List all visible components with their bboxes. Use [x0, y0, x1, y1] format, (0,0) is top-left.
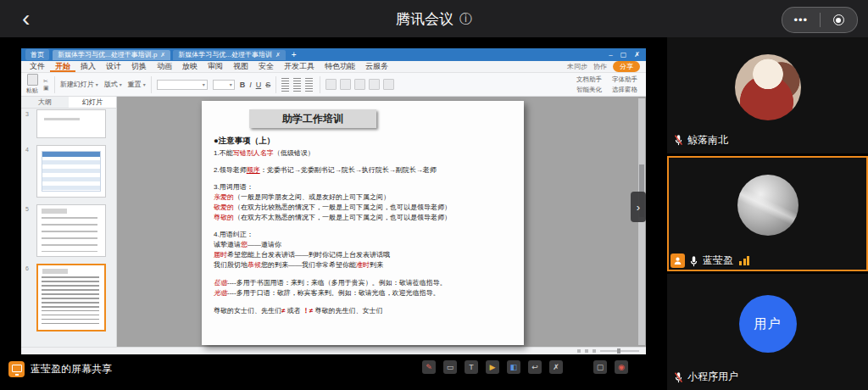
annotation-icon-4[interactable]: ◧: [507, 360, 520, 374]
slide-thumbnail[interactable]: [36, 264, 106, 332]
ribbon-tool-label[interactable]: 智能美化: [576, 86, 602, 94]
ribbon-tool-label[interactable]: 选择窗格: [612, 86, 637, 94]
zoom-knob[interactable]: [617, 348, 620, 354]
thumbnail-number: 3: [25, 111, 29, 117]
minimize-icon[interactable]: –: [609, 51, 612, 58]
slide-text-segment: 尊敬的先生们、女士们: [313, 307, 382, 315]
maximize-icon[interactable]: ▢: [620, 51, 627, 58]
ribbon-icon[interactable]: [383, 79, 394, 90]
close-tab-icon[interactable]: ✗: [275, 52, 281, 58]
panel-tab[interactable]: 幻灯片: [69, 97, 116, 108]
align-icon[interactable]: [281, 86, 289, 92]
menu-item[interactable]: 开始: [50, 61, 75, 72]
slide-thumbnail[interactable]: [36, 204, 106, 257]
zoom-slider[interactable]: [600, 350, 639, 352]
slide-text-segment: ：党委书记→党委副书记→院长→执行院长→副院长→老师: [260, 166, 437, 174]
back-icon[interactable]: ‹: [22, 2, 30, 36]
avatar: [735, 54, 801, 120]
doc-tab-label: 新媒体学习与优...处理干事培训.p: [58, 50, 157, 59]
menu-item[interactable]: 安全: [253, 61, 279, 72]
annotation-icon-5[interactable]: ↩: [528, 360, 542, 374]
format-button[interactable]: I: [249, 81, 252, 89]
annotation-icon-0[interactable]: ✎: [422, 360, 436, 374]
participant-tile[interactable]: 用户小程序用户: [667, 274, 868, 390]
panel-tab[interactable]: 大纲: [21, 97, 69, 108]
align-icon[interactable]: [281, 78, 289, 84]
ribbon-icon[interactable]: [369, 79, 380, 90]
menu-item[interactable]: 视图: [228, 61, 253, 72]
share-toolbar-right: ▢◉: [593, 360, 628, 374]
menu-item[interactable]: 文件: [25, 61, 50, 72]
format-button[interactable]: S: [265, 81, 270, 89]
font-size-select[interactable]: ▾: [213, 80, 235, 90]
view-icon[interactable]: [593, 349, 596, 353]
thumbnail-number: 5: [25, 206, 29, 212]
view-icon[interactable]: [585, 349, 588, 353]
format-button[interactable]: B: [240, 81, 246, 89]
exit-target-icon[interactable]: [821, 8, 858, 32]
collab-button[interactable]: 协作: [593, 62, 607, 71]
collapse-panel-button[interactable]: ›: [631, 192, 646, 222]
slide-text-line: 尊敬的（在双方不太熟悉的情况下，一般是上司下属之间，也可以是领导老师）: [214, 214, 517, 222]
signal-icon: [739, 256, 749, 265]
ribbon-small-stack: ✂▣: [43, 78, 49, 91]
doc-tab[interactable]: 新媒体学习与优...处理干事培训✗: [173, 50, 286, 60]
ribbon-icon[interactable]: [354, 79, 365, 90]
menu-item[interactable]: 动画: [152, 61, 177, 72]
slide-body: ●注意事项（上）1.不能写错别人名字（低级错误）2.领导老师顺序：党委书记→党委…: [202, 128, 524, 315]
slide-text-segment: 届时: [214, 251, 227, 259]
slide-thumbnail[interactable]: [36, 109, 106, 138]
close-tab-icon[interactable]: ✗: [160, 52, 165, 58]
slide-text-segment: 敬爱的: [214, 203, 234, 211]
wps-ribbon: 粘贴 ✂▣ 新建幻灯片▾版式▾重置▾ ▾ ▾ BIUS 文档助手字体助手智能美化…: [21, 73, 646, 97]
ribbon-button[interactable]: 新建幻灯片▾: [60, 80, 98, 89]
participant-tile[interactable]: 蓝莹盈: [667, 156, 868, 272]
ribbon-button[interactable]: 重置▾: [128, 80, 146, 89]
wps-tab-strip: 首页 新媒体学习与优...处理干事培训.p✗新媒体学习与优...处理干事培训✗ …: [21, 48, 646, 61]
sync-status[interactable]: 未同步: [567, 62, 587, 71]
menu-item[interactable]: 放映: [177, 61, 203, 72]
share-button[interactable]: 分享: [613, 61, 640, 72]
format-button[interactable]: U: [256, 81, 262, 89]
menu-item[interactable]: 设计: [101, 61, 126, 72]
annotation-icon-3[interactable]: ▶: [486, 360, 499, 374]
doc-tab[interactable]: 新媒体学习与优...处理干事培训.p✗: [53, 50, 170, 60]
share-control-icon-1[interactable]: ◉: [615, 360, 628, 374]
ribbon-button[interactable]: 版式▾: [104, 80, 122, 89]
wps-status-bar: [21, 347, 646, 354]
ribbon-icon[interactable]: [340, 79, 351, 90]
align-icon[interactable]: [293, 78, 301, 84]
ribbon-tool-label[interactable]: 字体助手: [612, 75, 637, 84]
font-family-select[interactable]: ▾: [157, 80, 208, 90]
annotation-icon-6[interactable]: ✗: [549, 360, 563, 374]
annotation-icon-2[interactable]: T: [465, 360, 478, 374]
menu-item[interactable]: 审阅: [203, 61, 228, 72]
more-icon[interactable]: •••: [782, 8, 820, 32]
annotation-icon-1[interactable]: ▭: [443, 360, 457, 374]
slide-text-segment: 或者: [285, 307, 302, 315]
menu-item[interactable]: 插入: [75, 61, 101, 72]
home-tab[interactable]: 首页: [25, 49, 49, 60]
paste-button[interactable]: 粘贴: [26, 74, 38, 95]
menu-item[interactable]: 开发工具: [279, 61, 320, 72]
menu-item[interactable]: 特色功能: [320, 61, 360, 72]
new-tab-button[interactable]: +: [289, 50, 299, 59]
align-icon[interactable]: [305, 86, 313, 92]
slide-text-segment: 2.领导老师: [214, 166, 247, 174]
info-icon[interactable]: ⓘ: [459, 11, 472, 27]
align-icon[interactable]: [293, 86, 301, 92]
ribbon-small-icon[interactable]: ▣: [43, 85, 49, 91]
slide-text-segment: （在双方比较熟悉的情况下，一般是上司下属之间，也可以是领导老师）: [234, 203, 451, 211]
ribbon-icon[interactable]: [326, 79, 337, 90]
slide-thumbnail[interactable]: [36, 145, 106, 198]
view-icon[interactable]: [577, 349, 581, 353]
align-icon[interactable]: [305, 78, 313, 84]
slide-text-segment: 希望您能上台发表讲话——到时你记得上台发表讲话哦: [227, 251, 390, 259]
share-control-icon-0[interactable]: ▢: [593, 360, 607, 374]
participant-tile[interactable]: 鲸落南北: [667, 37, 868, 153]
menu-item[interactable]: 切换: [126, 61, 152, 72]
close-icon[interactable]: ✗: [634, 51, 640, 58]
ribbon-small-icon[interactable]: ✂: [43, 78, 49, 84]
ribbon-tool-label[interactable]: 文档助手: [576, 75, 602, 84]
menu-item[interactable]: 云服务: [360, 61, 393, 72]
